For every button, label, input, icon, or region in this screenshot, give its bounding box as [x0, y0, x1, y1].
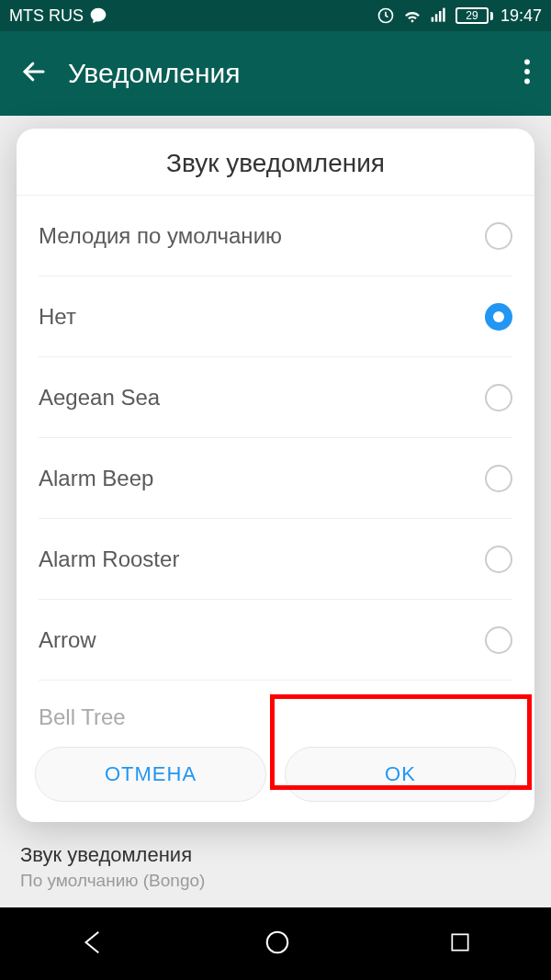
sound-option[interactable]: Aegean Sea	[39, 357, 512, 438]
radio-icon[interactable]	[485, 222, 512, 250]
svg-point-8	[524, 79, 530, 84]
battery-level: 29	[455, 7, 489, 24]
sound-dialog: Звук уведомления Мелодия по умолчаниюНет…	[17, 129, 534, 822]
svg-point-9	[267, 931, 288, 952]
app-bar: Уведомления	[0, 31, 551, 116]
back-button[interactable]	[13, 51, 55, 96]
svg-rect-4	[443, 8, 445, 22]
option-label: Нет	[39, 304, 485, 330]
cancel-button[interactable]: ОТМЕНА	[35, 747, 266, 802]
sound-option[interactable]: Arrow	[39, 600, 512, 681]
dnd-icon	[377, 6, 395, 25]
option-label: Aegean Sea	[39, 385, 485, 411]
option-label: Arrow	[39, 627, 485, 653]
chat-bubble-icon	[89, 6, 107, 25]
svg-rect-10	[453, 934, 468, 950]
nav-recent-button[interactable]	[448, 930, 472, 958]
option-label: Мелодия по умолчанию	[39, 223, 485, 249]
page-title: Уведомления	[68, 58, 241, 89]
radio-icon[interactable]	[485, 626, 512, 654]
sound-option[interactable]: Bell Tree	[39, 681, 512, 730]
clock-label: 19:47	[500, 6, 542, 26]
radio-icon[interactable]	[485, 384, 512, 411]
carrier-label: MTS RUS	[9, 6, 84, 26]
setting-subtitle: По умолчанию (Bongo)	[20, 871, 531, 891]
setting-row[interactable]: Звук уведомления По умолчанию (Bongo)	[0, 830, 551, 907]
option-label: Alarm Rooster	[39, 546, 485, 572]
option-label: Bell Tree	[39, 704, 512, 730]
nav-back-button[interactable]	[79, 929, 107, 960]
sound-option[interactable]: Alarm Beep	[39, 438, 512, 519]
signal-icon	[430, 6, 448, 25]
radio-icon[interactable]	[485, 546, 512, 573]
status-bar: MTS RUS 29 19:47	[0, 0, 551, 31]
options-list[interactable]: Мелодия по умолчаниюНетAegean SeaAlarm B…	[17, 196, 534, 730]
battery-icon: 29	[455, 7, 493, 24]
radio-icon[interactable]	[485, 303, 512, 331]
wifi-icon	[402, 6, 422, 26]
svg-point-7	[524, 69, 530, 74]
sound-option[interactable]: Мелодия по умолчанию	[39, 196, 512, 276]
sound-option[interactable]: Alarm Rooster	[39, 519, 512, 600]
nav-home-button[interactable]	[264, 929, 291, 960]
navigation-bar	[0, 907, 551, 980]
sound-option[interactable]: Нет	[39, 276, 512, 357]
svg-rect-2	[435, 14, 438, 21]
dialog-title: Звук уведомления	[17, 129, 534, 196]
svg-rect-3	[439, 11, 442, 22]
svg-rect-1	[432, 17, 434, 22]
option-label: Alarm Beep	[39, 466, 485, 491]
radio-icon[interactable]	[485, 465, 512, 492]
dialog-actions: ОТМЕНА OK	[17, 730, 534, 822]
more-options-button[interactable]	[516, 51, 538, 96]
setting-title: Звук уведомления	[20, 843, 531, 867]
ok-button[interactable]: OK	[285, 747, 516, 802]
svg-point-6	[524, 60, 530, 65]
